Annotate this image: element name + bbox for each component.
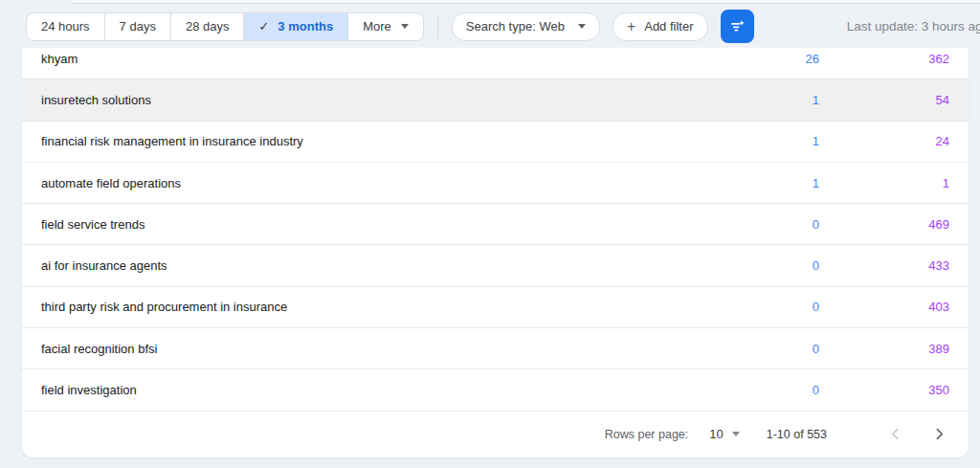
plus-icon: + [627,18,635,35]
add-filter-label: Add filter [644,19,693,33]
search-type-label: Search type: Web [466,19,565,33]
pagination-range: 1-10 of 553 [767,428,827,441]
clicks-cell: 1 [752,176,819,190]
last-update-status: Last update: 3 hours ago [847,5,980,48]
query-cell: field investigation [41,383,752,397]
clicks-cell: 0 [752,300,819,314]
query-cell: third party risk and procurement in insu… [41,300,752,314]
date-range-label: 7 days [120,19,156,33]
impressions-cell: 469 [886,217,949,232]
filter-sparkle-button[interactable] [721,10,754,43]
chevron-right-icon [931,426,947,442]
query-cell: financial risk management in insurance i… [41,134,752,148]
add-filter-button[interactable]: + Add filter [612,12,708,41]
rows-per-page-label: Rows per page: [605,428,689,441]
filters-toolbar: 24 hours 7 days 28 days ✓ 3 months More … [0,5,980,48]
clicks-cell: 0 [752,217,819,232]
impressions-cell: 350 [886,383,949,397]
query-cell: khyam [41,52,752,66]
date-range-3-months[interactable]: ✓ 3 months [243,12,348,41]
table-row[interactable]: third party risk and procurement in insu… [22,287,969,328]
table-row[interactable]: field service trends 0 469 [22,204,969,245]
clicks-cell: 1 [752,93,819,107]
query-cell: ai for insurance agents [41,258,752,273]
table-row[interactable]: field investigation 0 350 [22,369,969,411]
queries-table-card: khyam 26 362 insuretech solutions 1 54 f… [22,5,969,457]
date-range-label: 28 days [186,19,230,33]
impressions-cell: 403 [886,300,949,314]
chevron-down-icon [578,24,586,29]
chevron-down-icon [732,432,740,436]
chevron-left-icon [887,426,903,442]
date-range-more-button[interactable]: More [347,12,424,41]
date-range-28-days[interactable]: 28 days [170,12,245,41]
impressions-cell: 1 [886,176,949,190]
impressions-cell: 24 [886,134,949,148]
date-range-7-days[interactable]: 7 days [104,12,171,41]
clicks-cell: 0 [752,342,819,356]
date-range-24-hours[interactable]: 24 hours [26,12,105,41]
query-cell: insuretech solutions [41,93,752,107]
impressions-cell: 389 [886,342,949,356]
chevron-down-icon [401,24,409,29]
impressions-cell: 433 [886,258,949,273]
previous-page-button[interactable] [882,422,907,447]
query-cell: automate field operations [41,176,752,190]
clicks-cell: 0 [752,258,819,273]
pagination-bar: Rows per page: 10 1-10 of 553 [22,412,969,457]
date-range-selector: 24 hours 7 days 28 days ✓ 3 months More [26,12,424,41]
clicks-cell: 1 [752,134,819,148]
query-cell: field service trends [41,217,752,232]
table-row[interactable]: facial recognition bfsi 0 389 [22,328,969,369]
table-row[interactable]: insuretech solutions 1 54 [22,79,969,121]
impressions-cell: 54 [886,93,949,107]
date-range-label: 3 months [278,19,333,33]
rows-per-page-select[interactable]: 10 [709,427,739,441]
impressions-cell: 362 [886,52,949,66]
query-cell: facial recognition bfsi [41,342,752,356]
rows-per-page-value: 10 [709,427,723,441]
date-range-label: 24 hours [41,19,90,33]
search-type-dropdown[interactable]: Search type: Web [452,12,600,41]
table-row[interactable]: automate field operations 1 1 [22,163,969,204]
next-page-button[interactable] [926,422,951,447]
clicks-cell: 0 [752,383,819,397]
table-row[interactable]: ai for insurance agents 0 433 [22,245,969,286]
more-label: More [363,19,391,33]
scrolled-content-edge [72,0,980,4]
clicks-cell: 26 [752,52,819,66]
table-row[interactable]: financial risk management in insurance i… [22,122,969,163]
check-icon: ✓ [258,19,269,33]
toolbar-divider [437,14,438,39]
filter-sparkle-icon [728,17,746,35]
